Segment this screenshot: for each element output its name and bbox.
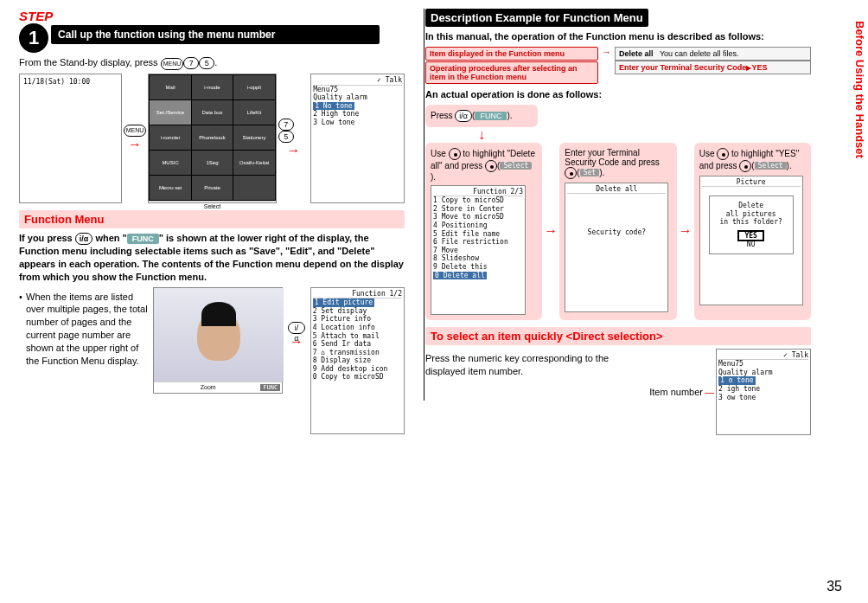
arrow-right-icon: → bbox=[290, 334, 303, 350]
list-item: 4 Location info bbox=[313, 324, 402, 332]
callout-target-row: Enter your Terminal Security Code▶YES bbox=[615, 61, 811, 74]
menu-key-icon: MENU bbox=[124, 125, 147, 137]
flow-confirm-yes: Use to highlight "YES" and press (Select… bbox=[694, 143, 811, 320]
nav-center-icon bbox=[485, 160, 497, 172]
menu-icon-settings: Set./Service bbox=[150, 100, 190, 125]
list-item: 6 Send Ir data bbox=[313, 340, 402, 349]
page-number: 35 bbox=[827, 579, 842, 594]
menu-key-icon: MENU bbox=[161, 58, 184, 70]
list-item: 3 ow tone bbox=[718, 394, 808, 402]
menu-icon-stationery: Stationery bbox=[233, 125, 274, 150]
callout-operating-procedures: Operating procedures after selecting an … bbox=[425, 61, 598, 84]
menu-icon-databox: Data box bbox=[192, 100, 233, 125]
callout-connector-icon: → bbox=[602, 47, 611, 57]
ialpha-key-icon: i/α bbox=[455, 110, 472, 122]
desc-intro: In this manual, the operation of the Fun… bbox=[425, 30, 811, 43]
confirm-screen: Picture Delete all pictures in this fold… bbox=[699, 176, 803, 305]
func-pill-icon: FUNC bbox=[475, 112, 507, 120]
list-item: 5 Attach to mail bbox=[313, 332, 402, 341]
menu-icon-blank bbox=[233, 176, 274, 200]
menu-icon-iappli: i-αppli bbox=[233, 75, 274, 99]
list-item: 9 Delete this bbox=[433, 263, 523, 272]
menu-icon-lifekit: LifeKit bbox=[233, 100, 274, 125]
function-list-screen: Function 1/2 1 Edit picture 2 Set displa… bbox=[310, 287, 405, 434]
list-item: 2 High tone bbox=[313, 110, 402, 119]
step-number-badge: 1 bbox=[19, 23, 48, 53]
nav-updown-icon bbox=[717, 148, 729, 160]
list-item: 2 Store in Center bbox=[433, 205, 523, 214]
list-item: 6 File restriction bbox=[433, 238, 523, 247]
list-item: 4 Positioning bbox=[433, 221, 523, 230]
menu-icon-mail: Mail bbox=[150, 75, 190, 99]
ialpha-key-icon: i/α bbox=[75, 233, 93, 245]
security-code-screen: Delete all Security code? bbox=[565, 183, 668, 312]
menu-icon-menuset: Memu set bbox=[150, 176, 190, 200]
key-7-icon: 7 bbox=[278, 119, 294, 131]
list-item: 1 Edit picture bbox=[313, 298, 374, 307]
key-5-icon: 5 bbox=[278, 131, 294, 143]
func-pill-icon: FUNC bbox=[127, 234, 159, 244]
list-item: 8 Display size bbox=[313, 356, 402, 365]
callout-item-displayed: Item displayed in the Function menu bbox=[425, 47, 598, 61]
list-item: 2 Set display bbox=[313, 307, 402, 316]
arrow-down-icon: ↓ bbox=[425, 127, 538, 143]
standby-screen: 11/18(Sat) 10:00 bbox=[19, 74, 122, 203]
menu-icon-imode: i-mode bbox=[192, 75, 233, 99]
quality-alarm-screen: ✓ Talk Menu75 Quality alarm 1 No tone 2 … bbox=[310, 74, 405, 203]
list-item: 1 No tone bbox=[313, 102, 354, 111]
softkey-select: Select bbox=[204, 203, 220, 209]
pagination-note: When the items are listed over multiple … bbox=[19, 291, 148, 368]
direct-selection-heading: To select an item quickly <Direct select… bbox=[425, 327, 811, 345]
menu-icon-phonebook: Phonebook bbox=[192, 125, 233, 150]
list-item: 8 Slideshow bbox=[433, 254, 523, 263]
photo-screen: ZoomFUNC bbox=[153, 287, 283, 394]
list-item: 3 Picture info bbox=[313, 315, 402, 324]
section-tab: Before Using the Handset bbox=[852, 17, 868, 162]
nav-center-icon bbox=[565, 167, 577, 179]
list-item: 9 Add desktop icon bbox=[313, 365, 402, 374]
direct-selection-para: Press the numeric key corresponding to t… bbox=[425, 352, 642, 378]
menu-icon-music: MUSIC bbox=[150, 151, 190, 175]
flow-press-func: Press i/α(FUNC). bbox=[425, 105, 538, 127]
list-item: 5 Edit file name bbox=[433, 230, 523, 239]
list-item: 0 Delete all bbox=[433, 272, 487, 280]
description-example-heading: Description Example for Function Menu bbox=[425, 9, 648, 27]
list-item: 1 Copy to microSD bbox=[433, 196, 523, 205]
step-title-bar: Call up the function using the menu numb… bbox=[51, 25, 380, 44]
function-menu-description: If you press i/α when "FUNC" is shown at… bbox=[19, 232, 405, 284]
key-7-icon: 7 bbox=[183, 57, 199, 69]
arrow-right-icon: → bbox=[542, 143, 559, 320]
ialpha-key-icon: i/α bbox=[288, 322, 305, 334]
menu-icon-1seg: 1Seg bbox=[192, 151, 233, 175]
list-item: 7 ⌂ transmission bbox=[313, 349, 402, 357]
standby-datetime: 11/18(Sat) 10:00 bbox=[22, 76, 119, 88]
step-label: STEP bbox=[19, 9, 405, 23]
arrow-right-icon: → bbox=[286, 143, 300, 158]
menu-icon-private: Private bbox=[192, 176, 233, 200]
actual-operation-intro: An actual operation is done as follows: bbox=[425, 88, 811, 101]
direct-selection-screen: ✓ Talk Menu75 Quality alarm 1 o tone 2 i… bbox=[716, 349, 811, 435]
pointer-line-icon: — bbox=[705, 387, 714, 397]
nav-updown-icon bbox=[449, 148, 461, 160]
list-item: 7 Move bbox=[433, 247, 523, 255]
menu-icon-osaifu: Osaifu-Keitai bbox=[233, 151, 274, 175]
arrow-right-icon: → bbox=[128, 137, 142, 152]
list-item: 3 Move to microSD bbox=[433, 213, 523, 221]
callout-target-row: Delete all You can delete all files. bbox=[615, 47, 811, 61]
menu-icon-concier: i-concier bbox=[150, 125, 190, 150]
list-item: 2 igh tone bbox=[718, 385, 808, 394]
nav-center-icon bbox=[739, 160, 751, 172]
list-item: 1 o tone bbox=[718, 376, 756, 385]
list-item: 0 Copy to microSD bbox=[313, 373, 402, 382]
arrow-right-icon: → bbox=[677, 143, 694, 320]
standby-instruction: From the Stand-by display, press MENU75. bbox=[19, 56, 405, 70]
function-menu-heading: Function Menu bbox=[19, 210, 405, 228]
list-item: 3 Low tone bbox=[313, 119, 402, 127]
flow-security-code: Enter your Terminal Security Code and pr… bbox=[559, 143, 676, 320]
item-number-label: Item number bbox=[649, 387, 703, 397]
function-list-screen-2: Function 2/3 1 Copy to microSD 2 Store i… bbox=[431, 185, 526, 315]
flow-delete-all: Use to highlight "Delete all" and press … bbox=[425, 143, 542, 320]
key-5-icon: 5 bbox=[199, 57, 214, 69]
main-menu-screen: Mail i-mode i-αppli Set./Service Data bo… bbox=[148, 74, 276, 203]
